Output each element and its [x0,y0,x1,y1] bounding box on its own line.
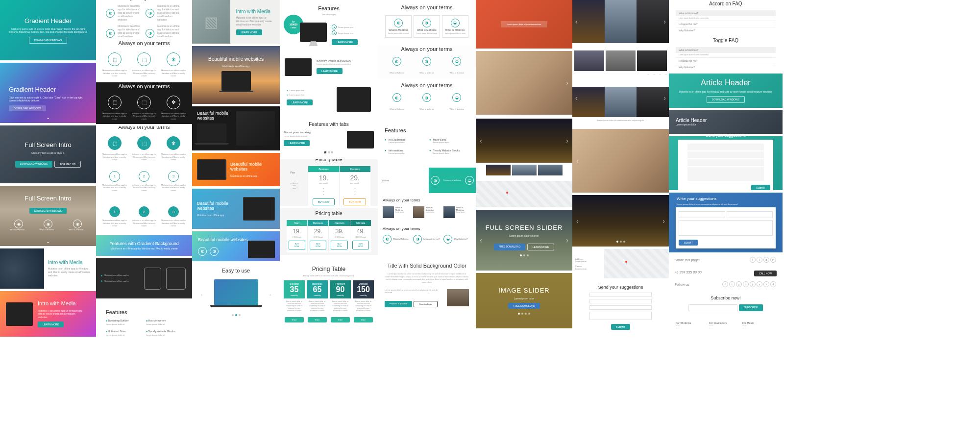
submit-button[interactable]: SUBMIT [751,185,770,191]
accordion-item-2[interactable]: Is it good for me? [676,21,776,27]
nav-item[interactable]: — [665,73,667,75]
email-input[interactable] [589,299,652,303]
thumb-1[interactable] [574,50,604,71]
social-1-icon[interactable]: f [722,281,728,287]
order-button[interactable]: Order [285,317,304,322]
prev-arrow-icon[interactable]: ‹ [575,94,578,102]
image-slider[interactable]: IMAGE SLIDER Lorem ipsum dolor FREE DOWN… [476,273,572,328]
message-input[interactable] [679,220,772,236]
suggestions-blue[interactable]: Write your suggestions Lorem ipsum dolor… [669,193,783,252]
next-arrow-icon[interactable]: › [566,79,568,87]
download-windows-button[interactable]: DOWNLOAD WINDOWS [15,161,52,168]
social-5-icon[interactable]: y [750,281,756,287]
title-solid-bg[interactable]: Title with Solid Background Color Lorem … [378,249,476,321]
intro-media-side[interactable]: ▧ Intro with Media Mobirise is an offlin… [192,0,280,44]
chevron-down-icon[interactable]: ⌄ [46,239,50,244]
mobile-websites-2[interactable]: Beautiful mobile websites [192,106,280,150]
next-arrow-icon[interactable]: › [270,292,271,297]
name-input[interactable] [687,144,763,150]
pricing-table-3[interactable]: Pricing Table Pricing table with four co… [280,257,378,331]
features-2col[interactable]: Features ●No ExperienceLorem ipsum dolor… [378,117,476,165]
social-fb-icon[interactable]: f [750,257,756,263]
download-button[interactable]: DOWNLOAD WINDOWS [9,105,46,111]
download-mac-button[interactable]: FOR MAC OS [54,161,81,168]
thumb-3[interactable] [637,87,669,117]
slider-thumbs-row-1[interactable]: ‹ › [572,0,669,43]
order-button[interactable]: Order [331,317,350,322]
slider-thumbs-row-2[interactable]: ———— [572,46,669,80]
prev-arrow-icon[interactable]: ‹ [480,137,482,145]
tab-dot-1[interactable] [324,151,326,153]
social-8-icon[interactable]: d [770,281,776,287]
intro-media-1[interactable]: Intro with Media Mobirise is an offline … [0,248,96,289]
numbered-steps-2[interactable]: 1Mobirise is an offline app for Window a… [96,201,192,233]
features-gradient-bg[interactable]: Features with Gradient Background Mobiri… [96,235,192,256]
social-4-icon[interactable]: i [743,281,749,287]
boost-ranking[interactable]: BOOST YOUR RANKINGLorem ipsum dolor sit … [280,53,378,81]
article-header-1[interactable]: Article Header Mobirise is an offline ap… [669,74,783,108]
share-row[interactable]: Share this page! ftgin [669,255,783,265]
slider-strip[interactable]: ‹› [476,117,572,178]
numbered-steps-1[interactable]: 1Mobirise is an offline app for Window a… [96,164,192,198]
thumb-3[interactable] [538,165,563,175]
article-header-2[interactable]: Article Header Lorem ipsum dolor [669,110,783,134]
terms-icons-row[interactable]: Always on your terms ◐What is Mobirise ◑… [378,222,476,247]
nav-item[interactable]: — [659,73,661,75]
tab-dot-2[interactable] [328,151,330,153]
mobile-websites-4[interactable]: Beautiful mobile websitesMobirise is an … [192,189,280,229]
social-3-icon[interactable]: g [736,281,742,287]
terms-cards-1[interactable]: Always on your terms ◐What is MobiriseLo… [378,0,476,42]
map-contact[interactable]: AddressLorem ipsumContactLorem ipsum [572,249,669,278]
toggle-item-3[interactable]: Why Mobirise? [676,64,776,70]
mobile-websites-1[interactable]: Beautiful mobile websites Mobirise is an… [192,46,280,104]
intro-media-2[interactable]: Intro with Media Mobirise is an offline … [0,291,96,337]
download-button[interactable]: FREE DOWNLOAD [508,303,539,309]
name-input[interactable] [589,293,652,297]
order-button[interactable]: Order [354,317,373,322]
accordion-faq[interactable]: Accordion FAQ What is Mobirise? Lorem ip… [669,0,783,34]
learn-more-button[interactable]: LEARN MORE [287,99,313,105]
laptop-bullets[interactable]: ●Lorem ipsum text●Lorem ipsum textLEARN … [280,83,378,115]
pricing-table-1[interactable]: Pricing table Plan— line —— line —— line… [280,159,378,206]
suggestions-teal[interactable]: Send your suggestions SUBMIT [669,136,783,190]
toggle-item-1[interactable]: What is Mobirise? [676,47,776,53]
learn-more-button[interactable]: LEARN MORE [284,140,310,146]
slider-buildings[interactable]: Lorem ipsum dolor sit amet consectetur [476,0,572,49]
nav-item[interactable]: — [647,73,649,75]
prev-arrow-icon[interactable]: ‹ [576,157,579,165]
download-button[interactable]: Download now [414,301,437,307]
terms-bg[interactable]: Always on your terms ◐◑◒ What is Mobiris… [378,45,476,79]
always-terms-1[interactable]: Always on your terms ◐Mobirise is an off… [96,0,192,38]
accordion-item-3[interactable]: Why Mobirise? [676,27,776,33]
prev-arrow-icon[interactable]: ‹ [576,217,579,225]
easy-to-use[interactable]: Easy to use ‹ › [192,264,280,320]
fullscreen-slider[interactable]: FULL SCREEN SLIDER Lorem ipsum dolor sit… [476,210,572,271]
prev-arrow-icon[interactable]: ‹ [201,292,202,297]
thumb-1[interactable] [572,87,605,117]
accordion-item-1[interactable]: What is Mobirise? [676,10,776,16]
buy-button[interactable]: BUY NOW [343,198,366,205]
thumb-1[interactable] [486,165,511,175]
big-building-slide[interactable]: ‹ [572,129,669,193]
map[interactable] [604,249,669,278]
phone-input[interactable] [687,159,763,166]
buy-button[interactable]: BUY NOW [331,241,347,249]
terms-3[interactable]: Always on your terms ◐◑◒ What is Mobiris… [378,81,476,115]
submit-button[interactable]: SUBMIT [611,324,630,330]
features-list[interactable]: Features ■ Bootstrap BuilderLorem ipsum … [96,301,192,345]
thumb-2[interactable] [605,87,637,117]
prev-arrow-icon[interactable]: ‹ [575,18,578,25]
message-input[interactable] [687,167,763,181]
pricing-table-2[interactable]: Pricing table Start19.3 GB StorageBUY NO… [280,208,378,255]
name-input[interactable] [679,211,725,218]
buy-button[interactable]: BUY NOW [310,241,326,249]
follow-row[interactable]: Follow us ftgiypbd [669,279,783,289]
features-button[interactable]: Features in Mobirise [385,301,412,307]
learn-more-button[interactable]: LEARN MORE [317,68,343,74]
thumb-2[interactable] [606,50,636,71]
social-6-icon[interactable]: p [757,281,762,287]
mobile-websites-5[interactable]: Beautiful mobile websites ◐◑ [192,231,280,261]
gradient-header-2[interactable]: Gradient Header Click any text to edit o… [0,63,96,123]
gradient-header-1[interactable]: Gradient Header Click any text to edit o… [0,0,96,60]
always-terms-2[interactable]: Always on your terms ⬚Mobirise is an off… [96,41,192,80]
